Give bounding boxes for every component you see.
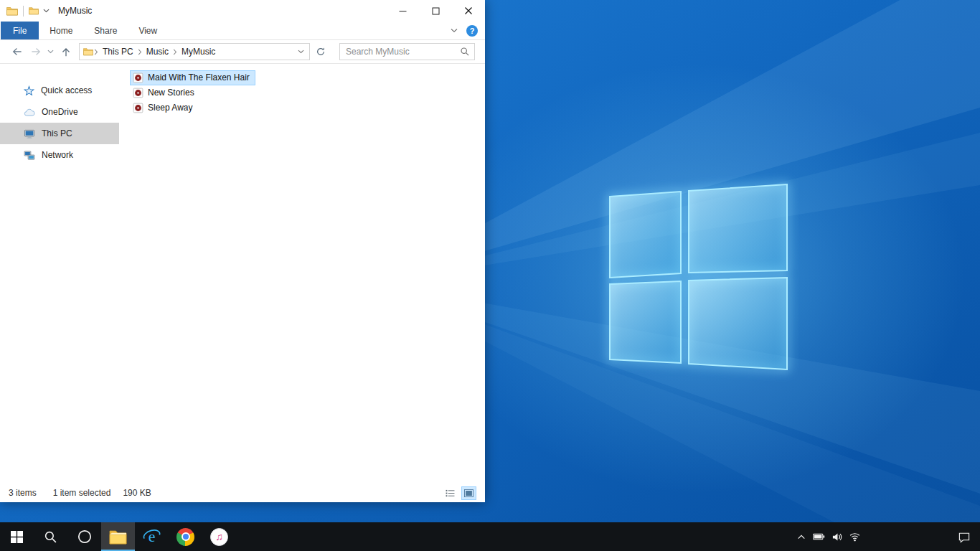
status-selection: 1 item selected bbox=[53, 488, 111, 498]
window-title: MyMusic bbox=[58, 6, 92, 16]
file-explorer-window: MyMusic File Home Share View bbox=[0, 0, 485, 502]
address-dropdown-chevron-icon[interactable] bbox=[293, 44, 308, 60]
cloud-icon bbox=[24, 108, 35, 117]
breadcrumb-mymusic[interactable]: MyMusic bbox=[178, 47, 219, 57]
search-input[interactable] bbox=[346, 47, 460, 57]
system-tray bbox=[792, 522, 864, 551]
file-item-maid-with-the-flaxen-hair[interactable]: Maid With The Flaxen Hair bbox=[130, 70, 255, 85]
address-bar[interactable]: This PC Music MyMusic bbox=[79, 43, 310, 60]
cortana-circle-icon bbox=[77, 529, 93, 545]
minimize-button[interactable] bbox=[386, 0, 419, 22]
file-item-sleep-away[interactable]: Sleep Away bbox=[130, 100, 199, 116]
qat-customize-chevron-icon[interactable] bbox=[43, 9, 50, 13]
computer-icon bbox=[24, 128, 35, 139]
back-button[interactable] bbox=[6, 42, 27, 61]
battery-icon[interactable] bbox=[810, 522, 828, 551]
ribbon-tab-bar: File Home Share View ? bbox=[0, 22, 485, 40]
titlebar-separator bbox=[23, 6, 24, 17]
search-icon bbox=[44, 530, 57, 544]
star-icon bbox=[24, 85, 34, 96]
navigation-pane: Quick access OneDrive This PC bbox=[0, 64, 119, 484]
recent-locations-chevron-icon[interactable] bbox=[44, 42, 56, 61]
search-box[interactable] bbox=[339, 43, 475, 60]
taskbar-chrome-button[interactable] bbox=[169, 522, 202, 551]
forward-button[interactable] bbox=[27, 42, 44, 61]
sidebar-item-label: Quick access bbox=[41, 85, 92, 95]
details-view-button[interactable] bbox=[443, 486, 458, 500]
maximize-button[interactable] bbox=[419, 0, 452, 22]
status-bar: 3 items 1 item selected 190 KB bbox=[0, 484, 485, 502]
start-button[interactable] bbox=[0, 522, 34, 551]
window-content: Quick access OneDrive This PC bbox=[0, 64, 485, 484]
file-name: Maid With The Flaxen Hair bbox=[148, 72, 250, 84]
titlebar[interactable]: MyMusic bbox=[0, 0, 485, 22]
taskbar-internet-explorer-button[interactable]: e bbox=[135, 522, 169, 551]
help-button[interactable]: ? bbox=[466, 25, 478, 37]
tab-view[interactable]: View bbox=[128, 22, 168, 39]
sidebar-item-this-pc[interactable]: This PC bbox=[0, 123, 119, 144]
up-button[interactable] bbox=[56, 42, 76, 61]
action-center-button[interactable] bbox=[948, 522, 980, 551]
breadcrumb-chevron-icon[interactable] bbox=[172, 49, 178, 55]
audio-file-icon bbox=[133, 72, 143, 83]
audio-file-icon bbox=[133, 103, 143, 113]
breadcrumb-music[interactable]: Music bbox=[143, 47, 172, 57]
address-folder-icon bbox=[83, 47, 93, 56]
cortana-button[interactable] bbox=[67, 522, 101, 551]
file-list[interactable]: Maid With The Flaxen Hair New Stories Sl… bbox=[119, 64, 485, 484]
status-item-count: 3 items bbox=[9, 488, 37, 498]
tray-chevron-up-icon[interactable] bbox=[792, 522, 810, 551]
network-icon bbox=[24, 150, 35, 161]
tab-home[interactable]: Home bbox=[39, 22, 83, 39]
music-note-icon: ♫ bbox=[210, 528, 228, 546]
tab-file[interactable]: File bbox=[1, 22, 39, 39]
chrome-icon bbox=[176, 528, 194, 546]
breadcrumb-this-pc[interactable]: This PC bbox=[99, 47, 137, 57]
close-button[interactable] bbox=[452, 0, 485, 22]
window-folder-icon bbox=[6, 6, 18, 16]
file-name: New Stories bbox=[148, 87, 194, 99]
sidebar-item-label: This PC bbox=[42, 128, 72, 138]
windows-logo-icon bbox=[11, 531, 23, 543]
sidebar-item-onedrive[interactable]: OneDrive bbox=[0, 101, 119, 123]
quick-access-toolbar-icon[interactable] bbox=[29, 6, 39, 15]
large-icons-view-button[interactable] bbox=[461, 486, 476, 500]
folder-icon bbox=[109, 529, 127, 545]
caption-buttons bbox=[386, 0, 485, 22]
tab-share[interactable]: Share bbox=[83, 22, 128, 39]
breadcrumb-chevron-icon[interactable] bbox=[137, 49, 143, 55]
sidebar-item-quick-access[interactable]: Quick access bbox=[0, 80, 119, 101]
taskbar: e ♫ bbox=[0, 522, 980, 551]
navigation-bar: This PC Music MyMusic bbox=[0, 40, 485, 64]
taskbar-search-button[interactable] bbox=[34, 522, 67, 551]
taskbar-file-explorer-button[interactable] bbox=[101, 522, 135, 551]
refresh-button[interactable] bbox=[311, 43, 330, 60]
sidebar-item-label: OneDrive bbox=[42, 107, 78, 117]
ribbon-collapse-chevron-icon[interactable] bbox=[451, 28, 458, 33]
breadcrumb-chevron-icon[interactable] bbox=[93, 49, 99, 55]
ie-icon: e bbox=[142, 527, 161, 547]
sidebar-item-network[interactable]: Network bbox=[0, 144, 119, 166]
file-item-new-stories[interactable]: New Stories bbox=[130, 85, 200, 100]
audio-file-icon bbox=[133, 88, 143, 98]
status-size: 190 KB bbox=[123, 488, 151, 498]
action-center-icon bbox=[958, 531, 971, 543]
file-name: Sleep Away bbox=[148, 102, 193, 114]
sidebar-item-label: Network bbox=[42, 150, 73, 160]
search-icon[interactable] bbox=[460, 47, 470, 57]
volume-icon[interactable] bbox=[828, 522, 846, 551]
wifi-icon[interactable] bbox=[846, 522, 864, 551]
taskbar-itunes-button[interactable]: ♫ bbox=[202, 522, 236, 551]
desktop[interactable]: MyMusic File Home Share View bbox=[0, 0, 980, 551]
